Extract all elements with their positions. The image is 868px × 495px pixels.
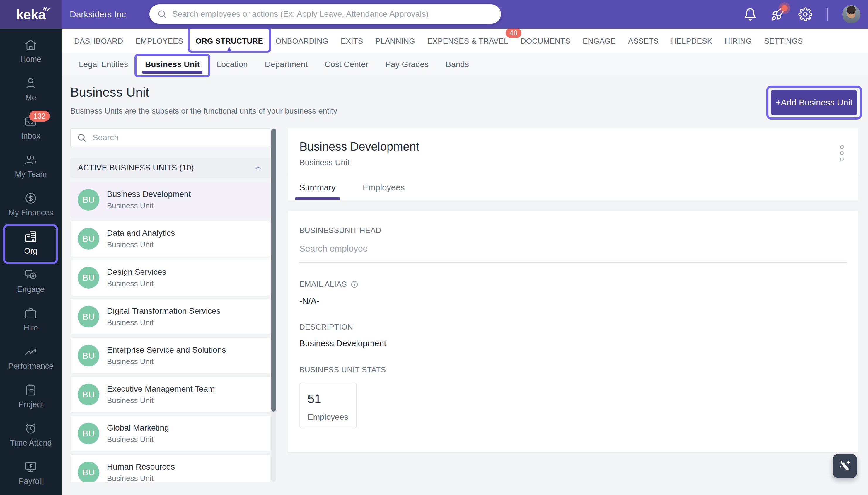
employees-count: 51 xyxy=(308,392,348,406)
summary-card: BUSINESSUNIT HEAD EMAIL ALIAS -N/A- DESC… xyxy=(288,210,858,452)
businessunit-head-input[interactable] xyxy=(300,244,847,263)
sidebar-item-time-attend[interactable]: Time Attend xyxy=(0,415,62,454)
list-item-executive-management-team[interactable]: BU Executive Management Team Business Un… xyxy=(70,376,270,413)
sidebar-item-my-finances[interactable]: My Finances xyxy=(0,185,62,223)
global-search[interactable] xyxy=(149,4,501,24)
detail-title: Business Development xyxy=(300,140,847,153)
subtab-bands[interactable]: Bands xyxy=(437,53,477,75)
list-item-human-resources[interactable]: BU Human Resources Business Unit xyxy=(70,454,270,482)
avatar: BU xyxy=(78,423,99,444)
business-unit-list: BU Business Development Business Unit BU… xyxy=(70,182,270,482)
bell-icon[interactable] xyxy=(743,7,757,21)
notification-dot xyxy=(781,5,788,12)
finance-icon xyxy=(24,191,37,205)
tab-hiring[interactable]: HIRING xyxy=(719,29,758,53)
businessunit-head-label: BUSINESSUNIT HEAD xyxy=(300,226,847,235)
home-icon xyxy=(24,38,37,52)
subtab-location[interactable]: Location xyxy=(208,53,256,75)
engage-icon xyxy=(24,268,37,282)
assistant-wand-button[interactable] xyxy=(833,454,857,478)
tab-engage[interactable]: ENGAGE xyxy=(577,29,622,53)
tab-settings[interactable]: SETTINGS xyxy=(758,29,809,53)
email-alias-label: EMAIL ALIAS xyxy=(300,280,847,289)
tab-planning[interactable]: PLANNING xyxy=(370,29,421,53)
payroll-icon xyxy=(24,460,37,474)
employees-stat-card[interactable]: 51 Employees xyxy=(300,382,357,428)
description-label: DESCRIPTION xyxy=(300,323,847,331)
tab-assets[interactable]: ASSETS xyxy=(622,29,665,53)
subtab-cost-center[interactable]: Cost Center xyxy=(316,53,377,75)
team-icon xyxy=(24,153,37,167)
avatar: BU xyxy=(78,306,99,327)
clipboard-icon xyxy=(24,383,37,397)
global-search-input[interactable] xyxy=(172,9,498,19)
tab-onboarding[interactable]: ONBOARDING xyxy=(269,29,335,53)
kebab-menu-icon[interactable] xyxy=(838,143,846,163)
description-value: Business Development xyxy=(300,339,847,348)
list-item-design-services[interactable]: BU Design Services Business Unit xyxy=(70,259,270,296)
list-search-box[interactable] xyxy=(70,128,270,147)
gear-icon[interactable] xyxy=(798,7,812,21)
business-unit-list-panel: ACTIVE BUSINESS UNITS (10) BU Business D… xyxy=(70,128,270,482)
sidebar-item-org[interactable]: Org xyxy=(0,223,62,262)
subtab-pay-grades[interactable]: Pay Grades xyxy=(377,53,437,75)
page-title: Business Unit xyxy=(70,85,149,100)
keka-logo[interactable]: keka xyxy=(0,0,62,29)
company-name: Darksiders Inc xyxy=(70,0,126,29)
sidebar-item-project[interactable]: Project xyxy=(0,377,62,415)
info-icon[interactable] xyxy=(351,280,359,289)
sidebar-item-performance[interactable]: Performance xyxy=(0,339,62,377)
alarm-icon xyxy=(24,422,37,435)
business-unit-detail-panel: Business Development Business Unit Summa… xyxy=(288,128,858,452)
tab-dashboard[interactable]: DASHBOARD xyxy=(68,29,129,53)
sidebar-item-engage[interactable]: Engage xyxy=(0,262,62,300)
chevron-up-icon[interactable] xyxy=(254,164,262,172)
main-nav: DASHBOARD EMPLOYEES ORG STRUCTURE ▲ ONBO… xyxy=(62,29,868,53)
avatar: BU xyxy=(78,228,99,250)
tab-summary[interactable]: Summary xyxy=(300,175,336,200)
keka-app-window: keka Darksiders Inc Home Me xyxy=(0,0,868,495)
tab-employees[interactable]: EMPLOYEES xyxy=(129,29,189,53)
sidebar-item-me[interactable]: Me xyxy=(0,70,62,108)
list-item-data-and-analytics[interactable]: BU Data and Analytics Business Unit xyxy=(70,221,270,257)
avatar: BU xyxy=(78,384,99,405)
whats-new-rocket[interactable] xyxy=(771,7,785,21)
list-item-digital-transformation-services[interactable]: BU Digital Transformation Services Busin… xyxy=(70,298,270,335)
page-subtitle: Business Units are the subsets or the fu… xyxy=(70,107,337,116)
tab-expenses-travel[interactable]: EXPENSES & TRAVEL 48 xyxy=(421,29,514,53)
logo-spark-icon xyxy=(41,5,52,14)
topbar-actions xyxy=(743,0,861,29)
magic-wand-icon xyxy=(837,458,852,474)
topbar-divider xyxy=(827,7,828,21)
employees-stat-label: Employees xyxy=(308,412,348,422)
subtab-business-unit[interactable]: Business Unit xyxy=(137,53,208,75)
user-icon xyxy=(24,76,37,90)
sidebar-item-my-team[interactable]: My Team xyxy=(0,147,62,185)
add-business-unit-button[interactable]: +Add Business Unit xyxy=(771,90,857,115)
tab-employees-detail[interactable]: Employees xyxy=(363,175,405,200)
avatar: BU xyxy=(78,345,99,366)
stats-label: BUSINESS UNIT STATS xyxy=(300,365,847,374)
tab-org-structure[interactable]: ORG STRUCTURE ▲ xyxy=(189,29,270,53)
list-scrollbar[interactable] xyxy=(271,128,276,482)
subtab-department[interactable]: Department xyxy=(256,53,316,75)
avatar: BU xyxy=(78,462,99,482)
subtab-legal-entities[interactable]: Legal Entities xyxy=(70,53,137,75)
list-scrollbar-thumb[interactable] xyxy=(271,129,276,411)
active-units-section-header[interactable]: ACTIVE BUSINESS UNITS (10) xyxy=(70,158,270,178)
sidebar-item-hire[interactable]: Hire xyxy=(0,300,62,339)
sidebar-item-inbox[interactable]: 132 Inbox xyxy=(0,108,62,147)
user-avatar[interactable] xyxy=(842,5,861,23)
sidebar-item-payroll[interactable]: Payroll xyxy=(0,454,62,492)
tab-exits[interactable]: EXITS xyxy=(335,29,370,53)
sidebar-item-home[interactable]: Home xyxy=(0,32,62,70)
org-icon xyxy=(24,230,37,243)
list-item-business-development[interactable]: BU Business Development Business Unit xyxy=(70,182,270,218)
inbox-count-badge: 132 xyxy=(29,111,50,122)
tab-helpdesk[interactable]: HELPDESK xyxy=(665,29,718,53)
list-item-enterprise-service-and-solutions[interactable]: BU Enterprise Service and Solutions Busi… xyxy=(70,337,270,374)
list-search-input[interactable] xyxy=(92,133,263,143)
trend-icon xyxy=(24,345,37,359)
tab-documents[interactable]: DOCUMENTS xyxy=(514,29,577,53)
list-item-global-marketing[interactable]: BU Global Marketing Business Unit xyxy=(70,415,270,451)
